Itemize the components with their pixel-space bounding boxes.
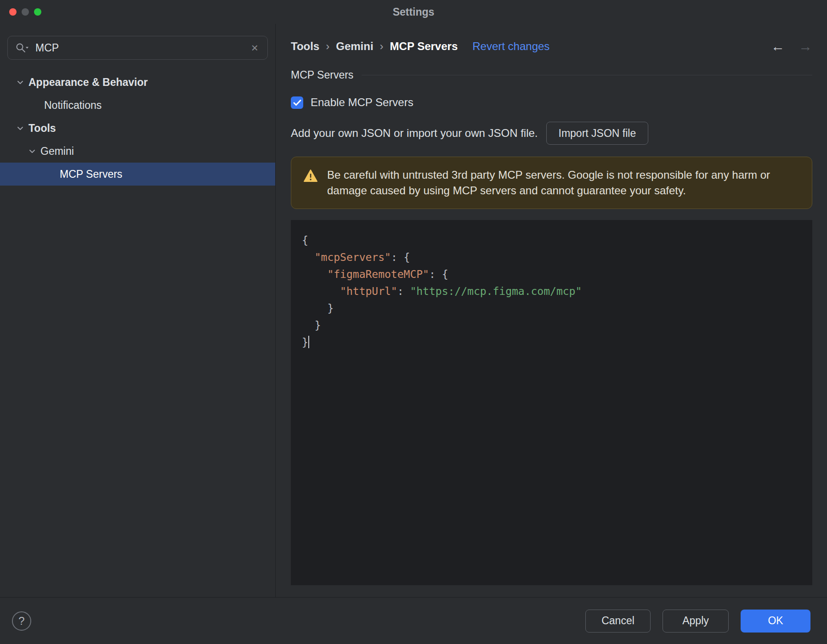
search-input[interactable] bbox=[35, 42, 249, 54]
minimize-window-button[interactable] bbox=[22, 8, 29, 16]
section-title: MCP Servers bbox=[291, 69, 353, 81]
enable-mcp-label: Enable MCP Servers bbox=[311, 96, 414, 109]
traffic-lights bbox=[9, 0, 41, 24]
ok-button[interactable]: OK bbox=[741, 610, 810, 633]
search-icon bbox=[15, 42, 29, 53]
titlebar: Settings bbox=[0, 0, 827, 24]
settings-content: Tools › Gemini › MCP Servers Revert chan… bbox=[276, 24, 827, 597]
breadcrumb-separator-icon: › bbox=[326, 40, 329, 53]
enable-mcp-row: Enable MCP Servers bbox=[291, 96, 812, 109]
cancel-button[interactable]: Cancel bbox=[585, 610, 651, 633]
settings-tree: Appearance & Behavior Notifications Tool… bbox=[0, 71, 275, 186]
add-json-text: Add your own JSON or import your own JSO… bbox=[291, 127, 538, 140]
sidebar-item-gemini[interactable]: Gemini bbox=[0, 140, 275, 163]
section-divider bbox=[362, 75, 812, 75]
chevron-down-icon[interactable] bbox=[15, 124, 26, 132]
history-nav: ← → bbox=[771, 40, 812, 53]
json-editor-code: { "mcpServers": { "figmaRemoteMCP": { "h… bbox=[302, 232, 801, 351]
sidebar-item-tools[interactable]: Tools bbox=[0, 117, 275, 140]
breadcrumb-separator-icon: › bbox=[380, 40, 384, 53]
sidebar-item-label: MCP Servers bbox=[60, 168, 122, 181]
chevron-down-icon[interactable] bbox=[27, 147, 38, 155]
clear-search-icon[interactable]: × bbox=[249, 41, 260, 55]
footer-bar: ? Cancel Apply OK bbox=[0, 597, 827, 644]
chevron-down-icon[interactable] bbox=[15, 79, 26, 86]
sidebar-item-label: Tools bbox=[28, 122, 56, 135]
warning-banner: Be careful with untrusted 3rd party MCP … bbox=[291, 157, 812, 209]
sidebar-item-label: Notifications bbox=[44, 99, 102, 112]
section-header: MCP Servers bbox=[291, 69, 812, 81]
sidebar-item-label: Gemini bbox=[40, 145, 74, 158]
help-icon: ? bbox=[18, 615, 24, 627]
enable-mcp-checkbox[interactable] bbox=[291, 96, 303, 109]
zoom-window-button[interactable] bbox=[34, 8, 41, 16]
sidebar-item-notifications[interactable]: Notifications bbox=[0, 94, 275, 117]
add-json-row: Add your own JSON or import your own JSO… bbox=[291, 122, 812, 145]
forward-arrow-icon[interactable]: → bbox=[799, 40, 812, 53]
breadcrumb-tools[interactable]: Tools bbox=[291, 40, 319, 53]
json-editor[interactable]: { "mcpServers": { "figmaRemoteMCP": { "h… bbox=[291, 220, 812, 585]
footer-buttons: Cancel Apply OK bbox=[585, 610, 810, 633]
back-arrow-icon[interactable]: ← bbox=[771, 40, 785, 53]
settings-sidebar: × Appearance & Behavior Notifications To bbox=[0, 24, 276, 597]
warning-triangle-icon bbox=[303, 169, 318, 185]
sidebar-item-mcp-servers[interactable]: MCP Servers bbox=[0, 163, 275, 186]
breadcrumb-mcp-servers: MCP Servers bbox=[390, 40, 458, 53]
close-window-button[interactable] bbox=[9, 8, 17, 16]
sidebar-item-appearance-behavior[interactable]: Appearance & Behavior bbox=[0, 71, 275, 94]
settings-search-box[interactable]: × bbox=[7, 36, 268, 60]
breadcrumb-gemini[interactable]: Gemini bbox=[336, 40, 373, 53]
warning-text: Be careful with untrusted 3rd party MCP … bbox=[327, 167, 800, 198]
window-title: Settings bbox=[393, 6, 435, 18]
settings-window: Settings × bbox=[0, 0, 827, 644]
breadcrumb: Tools › Gemini › MCP Servers Revert chan… bbox=[291, 37, 812, 56]
help-button[interactable]: ? bbox=[12, 611, 31, 631]
revert-changes-link[interactable]: Revert changes bbox=[472, 40, 549, 53]
apply-button[interactable]: Apply bbox=[663, 610, 729, 633]
sidebar-item-label: Appearance & Behavior bbox=[28, 76, 147, 89]
import-json-file-button[interactable]: Import JSON file bbox=[546, 122, 649, 145]
